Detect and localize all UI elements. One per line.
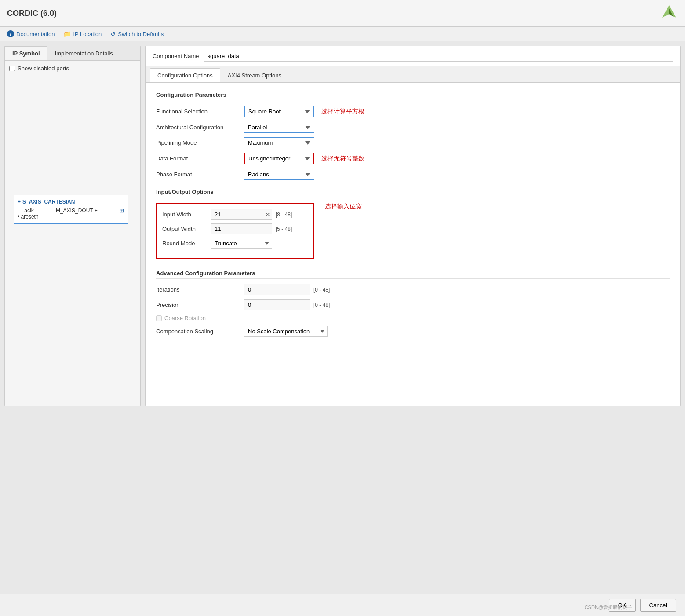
phase-format-row: Phase Format Radians Scaled Radians	[156, 169, 670, 180]
precision-range: [0 - 48]	[313, 302, 330, 308]
output-width-input[interactable]	[211, 223, 272, 234]
config-content: Configuration Parameters Functional Sele…	[146, 83, 680, 350]
iterations-input[interactable]	[244, 284, 310, 295]
phase-format-label: Phase Format	[156, 171, 244, 178]
input-width-row: Input Width ✕ [8 - 48]	[162, 209, 308, 220]
config-params-title: Configuration Parameters	[156, 91, 670, 100]
functional-selection-label: Functional Selection	[156, 108, 244, 115]
arch-config-row: Architectural Configuration Parallel Wor…	[156, 122, 670, 133]
vivado-logo	[660, 4, 678, 22]
precision-input[interactable]	[244, 299, 310, 310]
round-mode-row: Round Mode Truncate Round Pos Inf Round …	[162, 238, 308, 249]
connector-icon: ⊞	[120, 208, 124, 214]
output-width-label: Output Width	[162, 226, 211, 232]
io-options-box: Input Width ✕ [8 - 48] Output Width [5 -…	[156, 203, 314, 259]
input-width-wrapper: ✕	[211, 209, 272, 220]
tab-config-options[interactable]: Configuration Options	[150, 68, 220, 82]
right-panel: Component Name Configuration Options AXI…	[145, 46, 681, 406]
io-section-wrapper: Input Width ✕ [8 - 48] Output Width [5 -…	[156, 203, 670, 261]
pipelining-mode-row: Pipelining Mode Maximum Optimal No Pipel…	[156, 137, 670, 148]
tab-axi4-stream[interactable]: AXI4 Stream Options	[220, 68, 289, 82]
port-aresetn: • aresetn	[18, 214, 39, 220]
switch-defaults-label: Switch to Defaults	[118, 31, 164, 37]
switch-defaults-link[interactable]: ↺ Switch to Defaults	[110, 30, 164, 37]
bottom-bar: OK Cancel	[0, 594, 685, 616]
ip-location-label: IP Location	[73, 31, 102, 37]
precision-label: Precision	[156, 302, 244, 308]
app-title: CORDIC (6.0)	[7, 9, 57, 18]
config-tabs: Configuration Options AXI4 Stream Option…	[146, 66, 680, 83]
ip-symbol-title: S_AXIS_CARTESIAN	[22, 199, 75, 205]
compensation-scaling-label: Compensation Scaling	[156, 328, 244, 335]
coarse-rotation-row: Coarse Rotation	[156, 315, 670, 321]
port-line-2: • aresetn	[18, 214, 124, 220]
toolbar: i Documentation 📁 IP Location ↺ Switch t…	[0, 27, 685, 41]
round-mode-select[interactable]: Truncate Round Pos Inf Round Pos Neg Inf…	[211, 238, 272, 249]
watermark: CSDN@爱折腾的虎子	[585, 604, 632, 611]
iterations-row: Iterations [0 - 48]	[156, 284, 670, 295]
arch-config-select[interactable]: Parallel Word Serial	[244, 122, 314, 133]
data-format-label: Data Format	[156, 155, 244, 162]
port-aclk: — aclk	[18, 208, 34, 214]
input-width-range: [8 - 48]	[276, 211, 292, 218]
left-tabs: IP Symbol Implementation Details	[5, 46, 140, 61]
pipelining-mode-select[interactable]: Maximum Optimal No Pipelining	[244, 137, 314, 148]
documentation-link[interactable]: i Documentation	[7, 30, 55, 37]
show-disabled-ports-checkbox[interactable]	[9, 66, 15, 71]
output-width-range: [5 - 48]	[276, 226, 292, 232]
input-width-input[interactable]	[211, 209, 272, 220]
compensation-scaling-row: Compensation Scaling No Scale Compensati…	[156, 326, 670, 337]
data-format-row: Data Format UnsignedInteger SignedFracti…	[156, 153, 670, 164]
show-disabled-ports-row: Show disabled ports	[9, 65, 136, 72]
tab-impl-details[interactable]: Implementation Details	[47, 46, 120, 60]
title-bar: CORDIC (6.0)	[0, 0, 685, 27]
output-width-row: Output Width [5 - 48]	[162, 223, 308, 234]
logo-area	[660, 4, 678, 22]
show-disabled-ports-label: Show disabled ports	[18, 65, 69, 72]
main-container: IP Symbol Implementation Details Show di…	[0, 41, 685, 411]
input-width-label: Input Width	[162, 211, 211, 218]
phase-format-select[interactable]: Radians Scaled Radians	[244, 169, 314, 180]
left-panel-body: Show disabled ports + S_AXIS_CARTESIAN —…	[5, 61, 140, 228]
round-mode-label: Round Mode	[162, 240, 211, 247]
functional-selection-row: Functional Selection Square Root Sin and…	[156, 106, 670, 117]
left-panel: IP Symbol Implementation Details Show di…	[4, 46, 141, 406]
adv-config-title: Advanced Configuration Parameters	[156, 270, 670, 279]
coarse-rotation-checkbox[interactable]	[156, 315, 162, 321]
component-name-row: Component Name	[146, 46, 680, 66]
precision-row: Precision [0 - 48]	[156, 299, 670, 310]
ip-symbol-header: + S_AXIS_CARTESIAN	[18, 199, 124, 205]
ip-location-link[interactable]: 📁 IP Location	[63, 30, 102, 37]
annotation-unsigned: 选择无符号整数	[321, 155, 364, 163]
io-annotation: 选择输入位宽	[325, 203, 362, 211]
io-options-title: Input/Output Options	[156, 189, 670, 197]
annotation-square-root: 选择计算平方根	[321, 108, 364, 116]
functional-selection-select[interactable]: Square Root Sin and Cos Sinh and Cosh Ar…	[244, 106, 314, 117]
pipelining-mode-label: Pipelining Mode	[156, 139, 244, 146]
compensation-scaling-select[interactable]: No Scale Compensation Scale Compensation	[244, 326, 328, 337]
port-line-1: — aclk M_AXIS_DOUT + ⊞	[18, 208, 124, 214]
iterations-range: [0 - 48]	[313, 287, 330, 293]
coarse-rotation-label: Coarse Rotation	[164, 315, 206, 321]
documentation-label: Documentation	[16, 31, 55, 37]
folder-icon: 📁	[63, 30, 71, 37]
tab-ip-symbol[interactable]: IP Symbol	[5, 46, 47, 60]
info-icon: i	[7, 30, 14, 37]
plus-icon: +	[18, 199, 21, 205]
arch-config-label: Architectural Configuration	[156, 124, 244, 131]
port-m-axis-dout: M_AXIS_DOUT +	[56, 208, 98, 214]
component-name-label: Component Name	[153, 53, 199, 59]
refresh-icon: ↺	[110, 30, 116, 37]
component-name-input[interactable]	[204, 51, 674, 62]
ip-symbol-box: + S_AXIS_CARTESIAN — aclk M_AXIS_DOUT + …	[14, 195, 128, 224]
iterations-label: Iterations	[156, 286, 244, 293]
input-width-clear-button[interactable]: ✕	[265, 211, 270, 218]
cancel-button[interactable]: Cancel	[640, 599, 676, 612]
data-format-select[interactable]: UnsignedInteger SignedFraction	[244, 153, 314, 164]
